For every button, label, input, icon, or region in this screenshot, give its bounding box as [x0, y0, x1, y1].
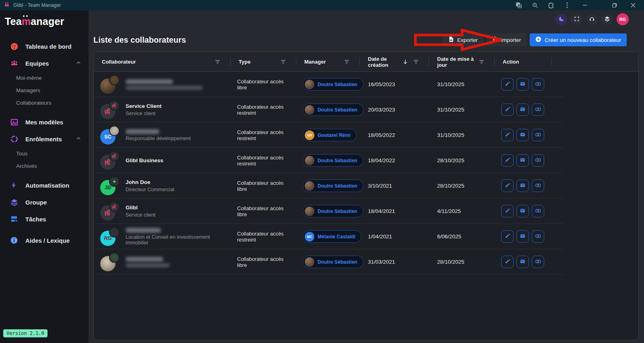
edit-button[interactable]: [501, 103, 514, 116]
create-collaborator-button[interactable]: Créer un nouveau collaborateur: [530, 33, 627, 46]
browser-menu-icon[interactable]: [561, 2, 573, 8]
import-button[interactable]: Importer: [487, 33, 526, 46]
table-row[interactable]: SC Responsable développement Collaborate…: [94, 122, 638, 148]
stack-button[interactable]: [601, 14, 613, 25]
column-header-created[interactable]: Date de création: [360, 52, 429, 72]
edit-button[interactable]: [501, 154, 514, 167]
sidebar-item-all[interactable]: Tous: [0, 147, 89, 160]
email-button[interactable]: [516, 103, 529, 116]
sidebar-item-group[interactable]: Groupe: [0, 194, 89, 211]
edit-button[interactable]: [501, 129, 514, 141]
table-row[interactable]: Service Client Service client Collaborat…: [94, 97, 638, 122]
column-header-collaborator[interactable]: Collaborateur: [94, 52, 231, 72]
email-button[interactable]: [516, 180, 529, 192]
filter-icon[interactable]: [215, 60, 220, 64]
edit-button[interactable]: [501, 256, 514, 268]
export-button[interactable]: Exporter: [443, 33, 483, 46]
sidebar-item-dashboard[interactable]: Tableau de bord: [0, 38, 89, 55]
manager-pill[interactable]: MC Mélanie Castaldi: [303, 230, 361, 243]
translate-icon[interactable]: [513, 2, 525, 8]
manager-pill[interactable]: Doutre Sébastien: [303, 78, 363, 91]
table-row[interactable]: Collaborateur accès libre Doutre Sébasti…: [94, 249, 638, 275]
sidebar-label: Groupe: [25, 199, 47, 206]
sidebar-item-enrollments[interactable]: Enrôlements: [0, 130, 89, 147]
table-row[interactable]: Collaborateur accès libre Doutre Sébasti…: [94, 72, 638, 97]
minimize-button[interactable]: [576, 3, 594, 8]
edit-button[interactable]: [501, 205, 514, 217]
action-cell: [495, 205, 552, 217]
link-icon-button[interactable]: [532, 180, 544, 192]
sidebar-item-tasks[interactable]: Tâches: [0, 211, 89, 227]
table-row[interactable]: RG Location et Conseil en investissement…: [94, 224, 638, 249]
sidebar-item-models[interactable]: Mes modèles: [0, 114, 89, 130]
column-header-type[interactable]: Type: [231, 52, 296, 72]
pencil-icon: [505, 182, 510, 189]
manager-pill[interactable]: Doutre Sébastien: [303, 154, 363, 167]
link-icon-button[interactable]: [532, 129, 544, 141]
zoom-search-icon[interactable]: [529, 2, 541, 8]
manager-name: Doutre Sébastien: [318, 158, 357, 163]
manager-pill[interactable]: Doutre Sébastien: [303, 103, 363, 116]
link-icon-button[interactable]: [532, 154, 544, 167]
sort-desc-icon[interactable]: [403, 59, 408, 64]
email-button[interactable]: [516, 230, 529, 243]
link-icon-button[interactable]: [532, 78, 544, 91]
updated-date-cell: 28/10/2025: [429, 183, 495, 189]
manager-pill[interactable]: Doutre Sébastien: [303, 256, 363, 268]
user-avatar[interactable]: RG: [617, 13, 629, 25]
restore-button[interactable]: [605, 3, 624, 8]
sidebar-item-collaborators[interactable]: Collaborateurs: [0, 97, 89, 109]
filter-icon[interactable]: [413, 60, 419, 64]
collaborator-cell: Service Client Service client: [94, 100, 231, 120]
collaborator-name: Glibl Business: [126, 157, 163, 163]
pencil-icon: [505, 208, 510, 215]
fullscreen-button[interactable]: [571, 14, 582, 25]
link-icon-button[interactable]: [532, 256, 544, 268]
link-icon-button[interactable]: [532, 205, 544, 217]
filter-icon[interactable]: [479, 60, 484, 64]
edit-button[interactable]: [501, 78, 514, 91]
pencil-icon: [505, 81, 510, 88]
filter-icon[interactable]: [281, 60, 286, 64]
sidebar-item-managers[interactable]: Managers: [0, 84, 89, 97]
email-button[interactable]: [516, 129, 529, 141]
email-button[interactable]: [516, 205, 529, 217]
table-row[interactable]: Glibl Service client Collaborateur accès…: [94, 198, 638, 224]
collaborator-avatar: [100, 100, 120, 120]
link-icon-button[interactable]: [532, 103, 544, 116]
manager-avatar: MC: [305, 232, 314, 242]
refresh-cycle-icon: [10, 134, 19, 143]
sidebar-item-automation[interactable]: Automatisation: [0, 177, 89, 194]
email-button[interactable]: [516, 154, 529, 167]
link-icon-button[interactable]: [532, 230, 544, 243]
sidebar: Teamanager Tableau de bord Equipes Moi-m…: [0, 10, 89, 343]
collaborator-name: [126, 79, 203, 84]
edit-button[interactable]: [501, 180, 514, 192]
extensions-icon[interactable]: [545, 2, 557, 8]
filter-icon[interactable]: [344, 60, 349, 64]
sidebar-item-help[interactable]: Aides / Lexique: [0, 232, 89, 249]
table-row[interactable]: Glibl Business Collaborateur accès restr…: [94, 148, 638, 173]
type-cell: Collaborateur accès restreint: [231, 129, 296, 141]
sidebar-label: Aides / Lexique: [25, 237, 70, 244]
dark-mode-button[interactable]: [555, 14, 567, 25]
sidebar-item-teams[interactable]: Equipes: [0, 55, 89, 72]
table-row[interactable]: JD John Doe Directeur Commercial Collabo…: [94, 173, 638, 198]
edit-button[interactable]: [501, 230, 514, 243]
avatar-badge-icon: [109, 176, 120, 187]
chevron-up-icon[interactable]: [76, 136, 81, 143]
image-icon: [10, 118, 19, 126]
manager-pill[interactable]: Doutre Sébastien: [303, 180, 363, 192]
close-button[interactable]: [624, 3, 642, 8]
email-button[interactable]: [516, 256, 529, 268]
sidebar-item-myself[interactable]: Moi-même: [0, 72, 89, 84]
column-header-updated[interactable]: Date de mise à jour: [429, 52, 495, 72]
email-button[interactable]: [516, 78, 529, 91]
column-header-manager[interactable]: Manager: [296, 52, 360, 72]
manager-pill[interactable]: GR Goutarel Rémi: [303, 129, 357, 141]
file-csv-icon: [448, 36, 454, 43]
chevron-up-icon[interactable]: [76, 60, 81, 67]
support-button[interactable]: [586, 14, 598, 25]
manager-pill[interactable]: Doutre Sébastien: [303, 205, 363, 217]
sidebar-item-archived[interactable]: Archivés: [0, 160, 89, 172]
